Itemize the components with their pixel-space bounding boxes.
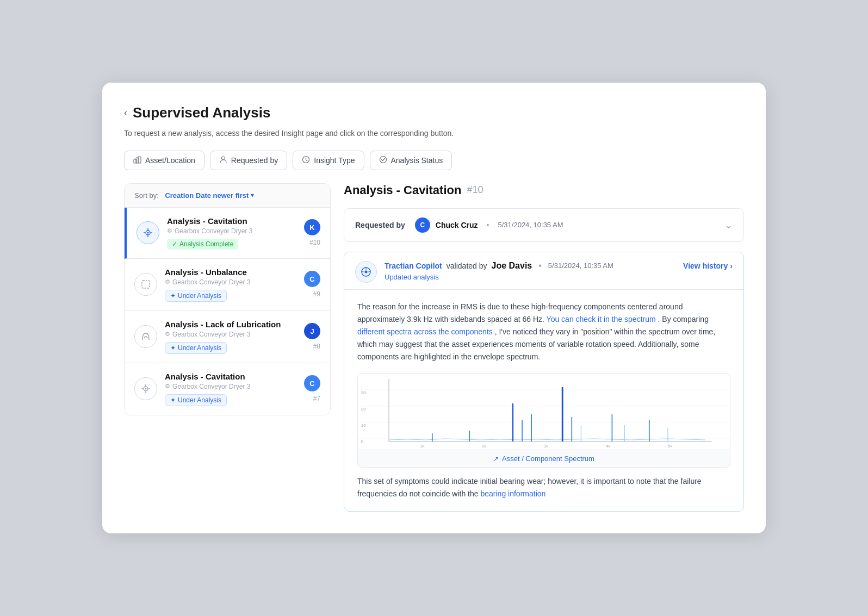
requester-avatar: C: [415, 217, 430, 233]
requested-by-icon: [219, 155, 227, 165]
filter-bar: Asset/Location Requested by Insight Type: [124, 151, 744, 170]
insight-type-icon: [302, 155, 310, 165]
list-item-3-meta: J #8: [294, 323, 320, 350]
requester-dot: •: [487, 221, 489, 229]
requester-left: Requested by C Chuck Cruz • 5/31/2024, 1…: [355, 217, 563, 233]
list-item-2-icon: [134, 273, 157, 296]
list-item[interactable]: Analysis - Cavitation ⚙ Gearbox Conveyor…: [125, 208, 330, 259]
svg-text:2k: 2k: [482, 444, 487, 449]
spectrum-caption[interactable]: ↗ Asset / Component Spectrum: [358, 450, 730, 467]
updated-label: Updated analysis: [385, 273, 733, 281]
analysis-time: 5/31/2024, 10:35 AM: [548, 262, 613, 270]
detail-title-row: Analysis - Cavitation #10: [344, 183, 744, 197]
requester-expand-button[interactable]: ⌄: [724, 219, 733, 231]
list-item-3-body: Analysis - Lack of Lubrication ⚙ Gearbox…: [165, 320, 294, 354]
list-item-1-badge: ✓ Analysis Complete: [167, 239, 238, 250]
back-button[interactable]: ‹: [124, 107, 127, 119]
requester-name: Chuck Cruz: [436, 221, 478, 229]
bottom-text: This set of symptoms could indicate init…: [357, 475, 730, 500]
list-item-4-title: Analysis - Cavitation: [165, 372, 294, 381]
filter-analysis-status[interactable]: Analysis Status: [370, 151, 452, 170]
requester-time: 5/31/2024, 10:35 AM: [498, 221, 563, 229]
list-item-3-title: Analysis - Lack of Lubrication: [165, 320, 294, 329]
list-item-4-avatar: C: [304, 375, 320, 391]
svg-text:20: 20: [361, 407, 366, 412]
gear-icon: ⚙: [165, 278, 170, 285]
list-item-3-number: #8: [313, 343, 320, 350]
analysis-header-body: Tractian Copilot validated by Joe Davis …: [385, 261, 733, 281]
list-item-1-title: Analysis - Cavitation: [167, 216, 294, 226]
svg-point-14: [145, 388, 147, 390]
sort-value[interactable]: Creation Date newer first: [165, 191, 249, 200]
page-header: ‹ Supervised Analysis: [124, 104, 744, 121]
svg-rect-12: [142, 281, 150, 288]
list-item[interactable]: Analysis - Unbalance ⚙ Gearbox Conveyor …: [125, 259, 330, 311]
analysis-header-top: Tractian Copilot validated by Joe Davis …: [385, 261, 733, 271]
page-title: Supervised Analysis: [133, 104, 270, 121]
list-item-1-meta: K #10: [294, 219, 320, 246]
analysis-card: Tractian Copilot validated by Joe Davis …: [344, 252, 744, 512]
external-link-icon: ↗: [493, 455, 499, 463]
list-item-2-meta: C #9: [294, 271, 320, 298]
svg-text:10: 10: [361, 424, 366, 428]
spectrum-chart: 0 10 20 30 1k 2k 3k 4k 5k: [358, 374, 730, 450]
list-item-4-meta: C #7: [294, 375, 320, 402]
copilot-icon: [355, 261, 377, 283]
spectrum-link[interactable]: You can check it in the spectrum: [547, 315, 656, 323]
svg-point-20: [365, 270, 368, 273]
sort-chevron-icon[interactable]: ▾: [251, 191, 254, 199]
content-area: Sort by: Creation Date newer first ▾: [124, 183, 744, 512]
asset-location-icon: [133, 155, 141, 165]
list-item-1-avatar: K: [304, 219, 320, 235]
list-item-4-body: Analysis - Cavitation ⚙ Gearbox Conveyor…: [165, 372, 294, 406]
list-item-2-badge: ✦ Under Analysis: [165, 290, 227, 302]
spectrum-container: 0 10 20 30 1k 2k 3k 4k 5k: [357, 373, 730, 468]
list-item-4-location: ⚙ Gearbox Conveyor Dryer 3: [165, 383, 294, 390]
list-item-3-avatar: J: [304, 323, 320, 339]
list-item[interactable]: Analysis - Lack of Lubrication ⚙ Gearbox…: [125, 311, 330, 363]
list-item[interactable]: Analysis - Cavitation ⚙ Gearbox Conveyor…: [125, 363, 330, 415]
list-item-1-number: #10: [309, 239, 320, 246]
gear-icon: ⚙: [165, 331, 170, 338]
view-history-label: View history: [683, 262, 728, 270]
list-item-2-title: Analysis - Unbalance: [165, 267, 294, 277]
list-item-2-body: Analysis - Unbalance ⚙ Gearbox Conveyor …: [165, 267, 294, 302]
analysis-status-icon: [379, 155, 387, 165]
list-item-4-badge: ✦ Under Analysis: [165, 394, 227, 406]
analyst-name: Joe Davis: [492, 261, 532, 271]
analysis-body: The reason for the increase in RMS is du…: [344, 290, 743, 512]
list-item-3-location: ⚙ Gearbox Conveyor Dryer 3: [165, 331, 294, 338]
svg-text:30: 30: [361, 391, 366, 395]
spectrum-caption-text: Asset / Component Spectrum: [502, 455, 594, 463]
list-item-3-badge: ✦ Under Analysis: [165, 342, 227, 354]
svg-rect-21: [358, 374, 730, 450]
analysis-icon: ✦: [170, 292, 176, 300]
bearing-info-link[interactable]: bearing information: [480, 489, 545, 498]
list-item-4-number: #7: [313, 395, 320, 402]
list-item-1-body: Analysis - Cavitation ⚙ Gearbox Conveyor…: [167, 216, 294, 250]
svg-text:3k: 3k: [544, 444, 549, 449]
requester-card: Requested by C Chuck Cruz • 5/31/2024, 1…: [344, 208, 744, 242]
arrow-right-icon: ›: [730, 262, 733, 270]
detail-id: #10: [467, 184, 483, 196]
filter-asset-location[interactable]: Asset/Location: [124, 151, 204, 170]
analysis-header: Tractian Copilot validated by Joe Davis …: [344, 252, 743, 290]
list-item-2-location: ⚙ Gearbox Conveyor Dryer 3: [165, 278, 294, 286]
list-item-3-icon: [134, 325, 157, 348]
page-subtitle: To request a new analysis, access the de…: [124, 129, 744, 138]
header-dot: •: [538, 261, 542, 271]
gear-icon: ⚙: [167, 227, 172, 234]
detail-panel: Analysis - Cavitation #10 Requested by C…: [344, 183, 744, 512]
filter-requested-by-label: Requested by: [231, 156, 278, 165]
main-card: ‹ Supervised Analysis To request a new a…: [102, 83, 766, 534]
filter-insight-type[interactable]: Insight Type: [293, 151, 364, 170]
view-history-button[interactable]: View history ›: [683, 262, 733, 270]
check-icon: ✓: [172, 240, 177, 248]
requester-label: Requested by: [355, 221, 405, 229]
svg-point-7: [147, 232, 149, 234]
svg-text:0: 0: [361, 440, 363, 444]
filter-requested-by[interactable]: Requested by: [210, 151, 287, 170]
list-item-1-location: ⚙ Gearbox Conveyor Dryer 3: [167, 227, 294, 235]
spectra-link[interactable]: different spectra across the components: [357, 327, 493, 336]
list-panel: Sort by: Creation Date newer first ▾: [124, 183, 331, 415]
